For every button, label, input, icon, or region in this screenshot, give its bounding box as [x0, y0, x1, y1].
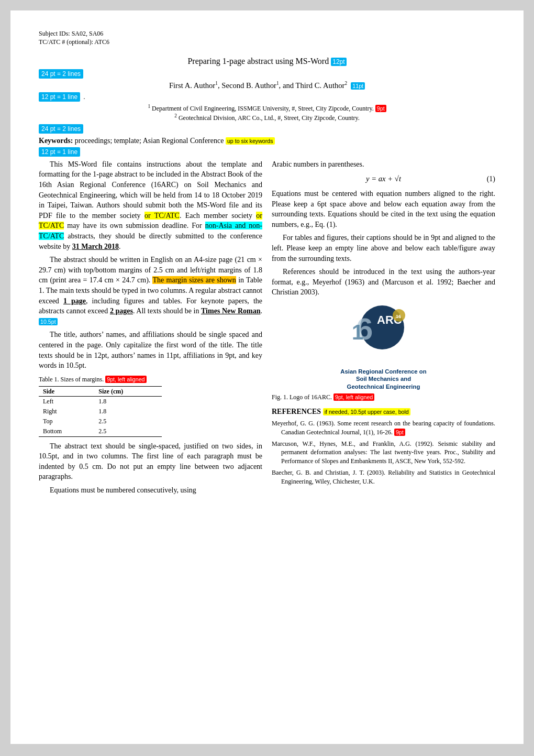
spacer-top: 24 pt = 2 lines — [39, 69, 495, 79]
logo-container: 6 ARC 16 1 Asian Regional Conference on … — [340, 304, 426, 391]
affil2-text: Geotechnical Division, ARC Co., Ltd., #,… — [179, 114, 360, 122]
table-header-row: Side Size (cm) — [39, 386, 162, 397]
references-section: REFERENCES if needed, 10.5pt upper case,… — [272, 407, 495, 486]
date-bold: 31 March 2018 — [72, 243, 119, 250]
references-header: REFERENCES if needed, 10.5pt upper case,… — [272, 407, 495, 417]
right-p3: For tables and figures, their captions s… — [272, 233, 495, 264]
right-p4: References should be introduced in the t… — [272, 267, 495, 298]
two-pages-bold: 2 pages — [110, 307, 133, 315]
table-caption: Table 1. Sizes of margins. 9pt, left ali… — [39, 375, 262, 384]
times-new-roman-bold: Times New Roman — [201, 307, 260, 315]
equation-block: y = ax + √t (1) — [272, 173, 495, 184]
left-p5: Equations must be numbered consecutively… — [39, 485, 262, 496]
authors-line: First A. Author1, Second B. Author1, and… — [169, 81, 349, 90]
title-section: Preparing 1-page abstract using MS-Word … — [39, 56, 495, 67]
authors-section: First A. Author1, Second B. Author1, and… — [39, 80, 495, 91]
highlight-tc-atc1: or TC/ATC — [144, 212, 180, 220]
line12-spacer2: 12 pt = 1 line — [39, 147, 495, 157]
right-column: Arabic numbers in parentheses. y = ax + … — [272, 159, 495, 499]
authors-font-badge: 11pt — [351, 82, 365, 90]
subject-ids-text: Subject IDs: SA02, SA06 — [39, 30, 103, 37]
spacer-affil: 24 pt = 2 lines — [39, 124, 495, 134]
left-column: This MS-Word file contains instructions … — [39, 159, 262, 499]
left-p3: The title, authors’ names, and affiliati… — [39, 330, 262, 370]
table-body: Left1.8 Right1.8 Top2.5 Bottom2.5 — [39, 397, 162, 436]
table-caption-badge: 9pt, left aligned — [105, 376, 146, 383]
table-row: Bottom2.5 — [39, 426, 162, 436]
spacer-top-badge: 24 pt = 2 lines — [39, 69, 83, 79]
left-p2: The abstract should be written in Englis… — [39, 255, 262, 326]
table-row: Left1.8 — [39, 397, 162, 407]
keywords-label: Keywords: — [39, 137, 73, 145]
col-side: Side — [39, 386, 94, 397]
two-column-layout: This MS-Word file contains instructions … — [39, 159, 495, 499]
affil-badge: 9pt — [375, 105, 386, 112]
line12-spacer: 12 pt = 1 line . — [39, 92, 495, 102]
left-p1: This MS-Word file contains instructions … — [39, 159, 262, 251]
table-row: Top2.5 — [39, 417, 162, 426]
equation-wrap: y = ax + √t (1) — [272, 173, 495, 184]
highlight-margin-sizes: The margin sizes are shown — [152, 276, 236, 284]
subject-ids: Subject IDs: SA02, SA06 TC/ATC # (option… — [39, 29, 495, 46]
equation: y = ax + √t — [346, 173, 420, 184]
svg-text:1: 1 — [352, 321, 363, 344]
main-title: Preparing 1-page abstract using MS-Word … — [187, 57, 346, 65]
equation-number: (1) — [421, 174, 495, 184]
fig-caption-badge: 9pt, left aligned — [333, 393, 374, 401]
affil1-text: Department of Civil Engineering, ISSMGE … — [152, 105, 374, 112]
page: Subject IDs: SA02, SA06 TC/ATC # (option… — [10, 10, 524, 744]
one-page-bold: 1 page — [63, 297, 86, 305]
ref-item-2: Marcuson, W.F., Hynes, M.E., and Frankli… — [272, 440, 495, 466]
keywords-section: Keywords: proceedings; template; Asian R… — [39, 136, 495, 146]
table-head: Side Size (cm) — [39, 386, 162, 397]
margins-table: Side Size (cm) Left1.8 Right1.8 Top2.5 — [39, 386, 162, 437]
arc-logo-svg: 6 ARC 16 1 — [340, 304, 424, 367]
col-size: Size (cm) — [94, 386, 162, 397]
left-p4: The abstract text should be single-space… — [39, 441, 262, 482]
keywords-text: proceedings; template; Asian Regional Co… — [75, 137, 224, 145]
table-row: Right1.8 — [39, 407, 162, 417]
ref1-badge: 9pt — [394, 429, 405, 436]
figure-block: 6 ARC 16 1 Asian Regional Conference on … — [272, 304, 495, 391]
logo-text: Asian Regional Conference on Soil Mechan… — [340, 368, 426, 391]
affil-section: 1 Department of Civil Engineering, ISSMG… — [39, 103, 495, 122]
line12-badge2: 12 pt = 1 line — [39, 147, 80, 157]
title-font-badge: 12pt — [331, 58, 346, 66]
spacer-affil-badge: 24 pt = 2 lines — [39, 124, 83, 134]
ref-item-1: Meyerhof, G. G. (1963). Some recent rese… — [272, 419, 495, 437]
highlight-non-asia: non-Asia and non-TC/ATC — [39, 222, 262, 240]
right-p2: Equations must be centered with equation… — [272, 189, 495, 229]
tc-atc-text: TC/ATC # (optional): ATC6 — [39, 38, 109, 46]
line12-badge: 12 pt = 1 line — [39, 92, 80, 102]
references-badge: if needed, 10.5pt upper case, bold — [323, 408, 410, 415]
right-p1: Arabic numbers in parentheses. — [272, 159, 495, 170]
svg-text:16: 16 — [396, 314, 401, 319]
tnr-badge: 10.5pt — [39, 318, 58, 325]
fig-caption: Fig. 1. Logo of 16ARC. 9pt, left aligned — [272, 393, 495, 402]
ref-item-3: Baecher, G. B. and Christian, J. T. (200… — [272, 468, 495, 486]
keywords-badge: up to six keywords — [226, 137, 275, 145]
